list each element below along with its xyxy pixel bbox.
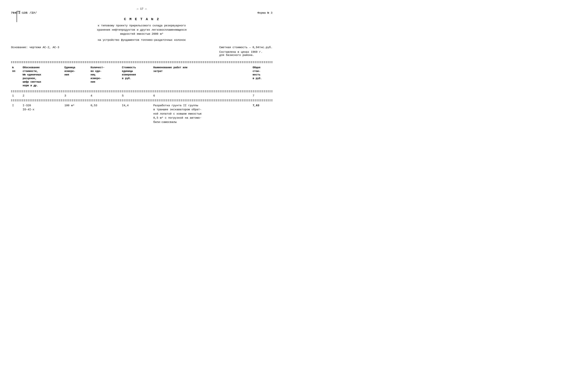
col-header-3: Единицаизмере-ния — [63, 65, 89, 88]
page-number: — 17 — — [11, 7, 272, 11]
col-num-5: 5 — [121, 94, 152, 98]
col-num-3: 3 — [63, 94, 89, 98]
col-num-7: 7 — [252, 94, 272, 98]
dashed-line-mid2 — [11, 92, 272, 92]
header-area: 704-I-135 /IУ/ Форма № 3 — [11, 12, 272, 14]
data-quantity: 0,53 — [89, 103, 121, 109]
table-row: I I-320IO-4I-x 100 м³ 0,53 I4,4 Разработ… — [11, 102, 272, 126]
col-num-1: 1 — [11, 94, 22, 98]
col-header-7-label: Общаястои-мостьв руб. — [253, 66, 262, 80]
col-num-2: 2 — [22, 94, 63, 98]
col-num-6: 6 — [152, 94, 252, 98]
table-header-row: №пп Обоснованиестоимости,№№ единичныхрас… — [11, 64, 272, 90]
info-left: Основание: чертежи АС-2, АС-3 — [11, 46, 59, 57]
data-total: 7,63 — [252, 103, 272, 109]
data-basis: I-320IO-4I-x — [22, 103, 63, 113]
col-header-7: Общаястои-мостьв руб. — [252, 65, 272, 88]
title-section: С М Е Т А № 2 к типовому проекту прирель… — [11, 17, 272, 42]
table-container: №пп Обоснованиестоимости,№№ единичныхрас… — [11, 61, 272, 126]
data-num: I — [11, 103, 22, 109]
col-numbers-row: 1 2 3 4 5 6 7 — [11, 93, 272, 99]
smeta-title: С М Е Т А № 2 — [11, 17, 272, 21]
dashed-line-top2 — [11, 63, 272, 63]
col-header-3-label: Единицаизмере-ния — [64, 66, 75, 76]
dashed-line-top — [11, 61, 272, 62]
doc-id: 704-I-135 /IУ/ — [11, 12, 37, 14]
subtitle2: на устройство фундаментов топливо-раздат… — [11, 38, 272, 42]
col-header-4: Количест-во еди-ницизмере-ния — [89, 65, 121, 88]
page-corner-border — [17, 11, 20, 22]
dashed-line-bot1 — [11, 100, 272, 100]
col-header-1-label: №пп — [12, 66, 15, 73]
data-unit-cost: I4,4 — [121, 103, 152, 109]
info-section: Основание: чертежи АС-2, АС-3 Сметная ст… — [11, 46, 272, 57]
col-num-4: 4 — [89, 94, 121, 98]
forma-label: Форма № 3 — [258, 12, 272, 14]
col-header-2-label: Обоснованиестоимости,№№ единичныхрасцено… — [23, 66, 41, 87]
col-header-4-label: Количест-во еди-ницизмере-ния — [91, 66, 105, 83]
dashed-line-bot2 — [11, 101, 272, 101]
subtitle: к типовому проекту прирельсового склада … — [11, 24, 272, 36]
col-header-2: Обоснованиестоимости,№№ единичныхрасцено… — [22, 65, 63, 88]
info-right: Сметная стоимость – 0,94тнс.руб. Составл… — [219, 46, 272, 57]
data-unit: 100 м³ — [63, 103, 89, 109]
col-header-1: №пп — [11, 65, 22, 88]
data-description: Разработка грунта II группы в траншее эк… — [152, 103, 252, 125]
col-header-6: Наименование работ илизатрат — [152, 65, 252, 88]
col-header-5-label: Стоимостьединицыизмеренияв руб. — [122, 66, 136, 80]
col-header-5: Стоимостьединицыизмеренияв руб. — [121, 65, 152, 88]
dashed-line-mid1 — [11, 91, 272, 91]
col-header-6-label: Наименование работ илизатрат — [153, 66, 188, 73]
